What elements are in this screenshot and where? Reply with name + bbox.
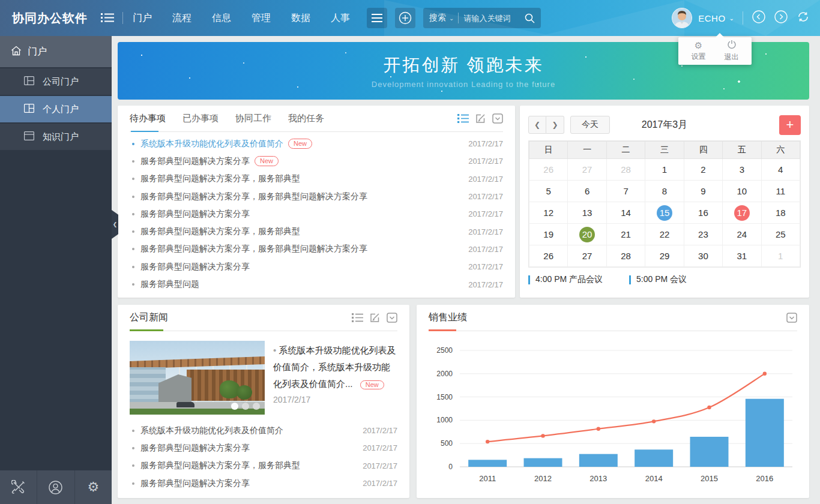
calendar-day[interactable]: 28	[606, 159, 645, 181]
profile-button[interactable]	[37, 470, 74, 504]
calendar-day[interactable]: 19	[529, 224, 568, 245]
calendar-day[interactable]: 28	[606, 245, 645, 267]
calendar-day[interactable]: 6	[568, 181, 606, 202]
sidebar-item-3[interactable]: 知识门户	[0, 124, 112, 150]
calendar-day[interactable]: 24	[723, 224, 761, 245]
todo-item[interactable]: 系统版本升级功能优化列表及价值简介New2017/2/17	[130, 135, 503, 152]
todo-item[interactable]: 服务部典型问题解决方案分享，服务部典型问题解决方案分享2017/2/17	[130, 241, 503, 258]
todo-item[interactable]: 服务部典型问题2017/2/17	[130, 275, 503, 293]
calendar-event[interactable]: 5:00 PM 会议	[629, 274, 687, 285]
back-icon[interactable]	[752, 10, 766, 26]
search-icon[interactable]	[525, 13, 535, 23]
calendar-day[interactable]: 17	[723, 202, 761, 224]
settings-menu-item[interactable]: ⚙ 设置	[692, 41, 706, 62]
calendar-day[interactable]: 20	[568, 224, 606, 245]
calendar-panel: 2017年3月 ❮ ❯ 今天 + 日一二三四五六2627281234567891…	[520, 106, 809, 298]
calendar-day[interactable]: 1	[761, 245, 800, 267]
tab-4[interactable]: 我的任务	[288, 106, 324, 132]
logout-menu-item[interactable]: 退出	[725, 40, 739, 62]
collapse-panel-icon[interactable]	[387, 313, 397, 323]
featured-news-text[interactable]: • 系统版本升级功能优化列表及价值简介，系统版本升级功能化列表及价值简介... …	[273, 345, 396, 389]
compose-icon[interactable]	[475, 113, 486, 124]
calendar-day[interactable]: 13	[568, 202, 606, 224]
collapse-panel-icon[interactable]	[492, 113, 503, 124]
calendar-today-button[interactable]: 今天	[570, 116, 610, 134]
user-avatar[interactable]	[672, 8, 692, 28]
calendar-event[interactable]: 4:00 PM 产品会议	[528, 274, 603, 285]
list-view-icon[interactable]	[352, 313, 363, 322]
tools-button[interactable]	[0, 470, 37, 504]
todo-item[interactable]: 服务部典型问题解决方案分享，服务部典型问题解决方案分享2017/2/17	[130, 188, 503, 205]
news-item[interactable]: 服务部典型问题解决方案分享2017/2/17	[130, 475, 397, 492]
todo-item[interactable]: 服务部典型问题解决方案分享2017/2/17	[130, 258, 503, 275]
top-menu-item-3[interactable]: 信息	[212, 12, 231, 25]
calendar-prev-button[interactable]: ❮	[528, 116, 546, 134]
sidebar-collapse-handle[interactable]: ❮	[112, 210, 118, 239]
top-menu-item-2[interactable]: 流程	[172, 12, 191, 25]
calendar-day[interactable]: 3	[723, 159, 761, 181]
settings-button[interactable]: ⚙	[75, 470, 112, 504]
user-chevron-down-icon[interactable]: ⌄	[729, 15, 734, 22]
calendar-day[interactable]: 2	[684, 159, 722, 181]
carousel-dot[interactable]	[253, 403, 260, 410]
calendar-day[interactable]: 4	[761, 159, 800, 181]
calendar-day[interactable]: 11	[761, 181, 800, 202]
calendar-day[interactable]: 1	[645, 159, 684, 181]
tab-3[interactable]: 协同工作	[235, 106, 271, 132]
calendar-day[interactable]: 16	[684, 202, 722, 224]
todo-item-text: 服务部典型问题解决方案分享，服务部典型问题解决方案分享	[140, 244, 367, 254]
quick-add-button[interactable]	[395, 8, 415, 28]
calendar-day[interactable]: 27	[568, 159, 606, 181]
collapse-panel-icon[interactable]	[786, 313, 797, 323]
top-menu-item-4[interactable]: 管理	[252, 12, 271, 25]
refresh-icon[interactable]	[796, 10, 810, 26]
todo-item[interactable]: 服务部典型问题解决方案分享New2017/2/17	[130, 152, 503, 170]
calendar-day[interactable]: 12	[529, 202, 568, 224]
calendar-day[interactable]: 21	[606, 224, 645, 245]
news-carousel-image[interactable]	[130, 341, 265, 415]
top-menu-item-6[interactable]: 人事	[331, 12, 350, 25]
calendar-day[interactable]: 8	[645, 181, 684, 202]
calendar-next-button[interactable]: ❯	[546, 116, 564, 134]
calendar-day[interactable]: 29	[645, 245, 684, 267]
calendar-day[interactable]: 5	[529, 181, 568, 202]
todo-item[interactable]: 服务部典型问题解决方案分享2017/2/17	[130, 205, 503, 223]
forward-icon[interactable]	[774, 10, 788, 26]
calendar-day[interactable]: 15	[645, 202, 684, 224]
calendar-day[interactable]: 26	[529, 159, 568, 181]
tab-2[interactable]: 已办事项	[182, 106, 219, 132]
calendar-day[interactable]: 25	[761, 224, 800, 245]
calendar-day[interactable]: 23	[684, 224, 722, 245]
calendar-day[interactable]: 27	[568, 245, 606, 267]
nav-list-icon[interactable]	[101, 13, 114, 23]
todo-item[interactable]: 服务部典型问题解决方案分享，服务部典型2017/2/17	[130, 170, 503, 188]
tab-1[interactable]: 待办事项	[130, 106, 166, 132]
carousel-dot[interactable]	[242, 403, 249, 410]
calendar-day[interactable]: 26	[529, 245, 568, 267]
calendar-day[interactable]: 30	[684, 245, 722, 267]
sidebar-item-1[interactable]: 公司门户	[0, 68, 112, 95]
calendar-day[interactable]: 31	[723, 245, 761, 267]
list-view-icon[interactable]	[457, 114, 469, 123]
top-menu-item-5[interactable]: 数据	[291, 12, 310, 25]
todo-item[interactable]: 服务部典型问题解决方案分享，服务部典型2017/2/17	[130, 223, 503, 240]
sidebar-item-2[interactable]: 个人门户	[0, 96, 112, 122]
calendar-day[interactable]: 10	[723, 181, 761, 202]
calendar-add-button[interactable]: +	[779, 115, 801, 135]
apps-menu-button[interactable]	[367, 8, 387, 28]
calendar-day[interactable]: 7	[606, 181, 645, 202]
news-item[interactable]: 服务部典型问题解决方案分享2017/2/17	[130, 439, 397, 457]
calendar-day[interactable]: 22	[645, 224, 684, 245]
search-scope-selector[interactable]: 搜索	[429, 13, 446, 23]
compose-icon[interactable]	[370, 313, 380, 323]
news-item[interactable]: 系统版本升级功能优化列表及价值简介2017/2/17	[130, 422, 397, 439]
carousel-dot[interactable]	[231, 403, 238, 410]
calendar-day[interactable]: 14	[606, 202, 645, 224]
search-input[interactable]	[463, 14, 525, 23]
news-item[interactable]: 服务部典型问题解决方案分享，服务部典型2017/2/17	[130, 457, 397, 475]
calendar-day[interactable]: 18	[761, 202, 800, 224]
username[interactable]: ECHO	[698, 13, 725, 23]
top-menu-item-1[interactable]: 门户	[133, 12, 152, 25]
calendar-day[interactable]: 9	[684, 181, 722, 202]
sidebar-header-portal[interactable]: 门户	[0, 36, 112, 67]
